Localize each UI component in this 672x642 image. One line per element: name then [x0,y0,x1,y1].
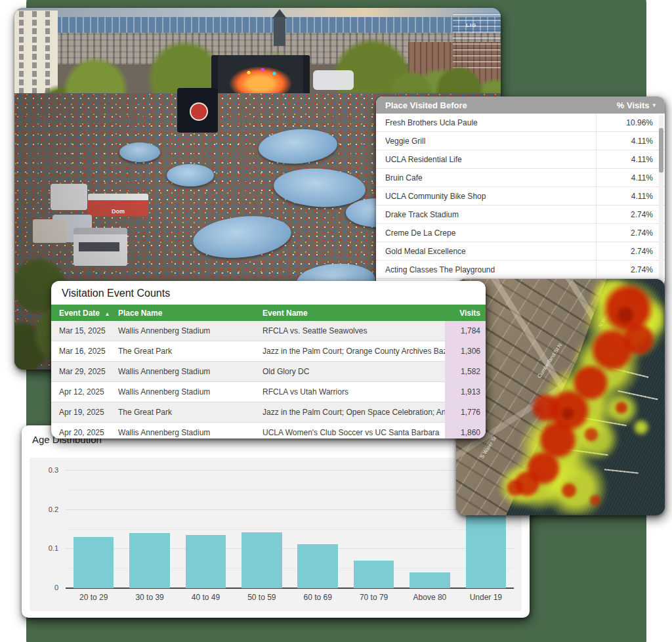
place-name-cell: Veggie Grill [376,137,596,146]
x-tick-label: Above 80 [402,593,457,602]
visits-cell: 1,784 [445,321,486,341]
visits-cell: 1,913 [445,382,486,402]
place-name-cell: The Great Park [118,347,262,356]
percent-visits-cell: 2.74% [596,205,665,223]
percent-visits-sort-header[interactable]: % Visits ▾ [617,100,656,110]
bar-slot [66,471,121,588]
event-name-cell: Old Glory DC [262,367,445,376]
y-tick-label: 0.2 [33,505,58,513]
scrollbar-thumb[interactable] [659,128,663,173]
y-tick-label: 0 [33,584,58,591]
x-tick-label: Under 19 [458,593,514,602]
visitation-events-panel: Visitation Event Counts Event Date ▲ Pla… [51,281,486,439]
visits-header[interactable]: Visits [445,309,486,318]
table-row[interactable]: Mar 16, 2025The Great ParkJazz in the Pa… [51,341,486,362]
chart-plot-area: 00.10.20.3 20 to 2930 to 3940 to 4950 to… [30,458,522,611]
percent-visits-cell: 2.74% [596,224,665,242]
place-name-cell: Wallis Annenberg Stadium [118,326,262,335]
x-tick-label: 60 to 69 [290,593,346,602]
table-row[interactable]: Veggie Grill4.11% [376,132,665,150]
visitor-heatmap[interactable]: Cumberland St NN Water StS Water StRiver… [456,279,665,515]
scrollbar-track[interactable] [659,115,663,285]
event-date-cell: Apr 20, 2025 [51,428,118,437]
bar-slot [178,471,234,588]
bar[interactable] [129,533,169,588]
bar[interactable] [354,561,394,588]
y-tick-label: 0.1 [33,544,58,552]
place-table-header: Place Visited Before % Visits ▾ [376,96,665,114]
event-date-sort-header[interactable]: Event Date ▲ [51,309,118,318]
bar[interactable] [74,537,114,588]
table-row[interactable]: Drake Track Stadium2.74% [376,205,665,224]
table-row[interactable]: Gold Medal Excellence2.74% [376,242,665,261]
chart-bars [66,471,514,588]
percent-visits-cell: 2.74% [596,242,665,260]
table-row[interactable]: UCLA Residential Life4.11% [376,150,665,169]
y-tick-label: 0.3 [33,466,58,474]
bar[interactable] [410,572,450,588]
table-row[interactable]: Acting Classes The Playground2.74% [376,261,665,279]
place-name-cell: Creme De La Crepe [376,228,596,238]
percent-visits-cell: 4.11% [596,169,665,186]
table-row[interactable]: Apr 12, 2025Wallis Annenberg StadiumRFCL… [51,382,486,402]
bar[interactable] [186,535,226,588]
place-name-header[interactable]: Place Name [118,309,262,318]
x-tick-label: 70 to 79 [346,593,402,602]
table-row[interactable]: Mar 29, 2025Wallis Annenberg StadiumOld … [51,362,486,382]
event-name-cell: UCLA Women's Club Soccer vs UC Santa Bar… [262,428,445,437]
event-date-cell: Mar 29, 2025 [51,367,118,376]
place-table-title: Place Visited Before [385,100,467,110]
event-name-cell: RFCLA vs. Seattle Seawolves [262,326,445,335]
percent-visits-cell: 2.74% [596,261,665,278]
bar-slot [346,471,402,588]
visitation-table-rows: Mar 15, 2025Wallis Annenberg StadiumRFCL… [51,321,486,439]
visits-cell: 1,582 [445,362,486,381]
place-visited-panel: Place Visited Before % Visits ▾ Fresh Br… [376,96,665,287]
event-name-cell: RFCLA vs Utah Warriors [262,387,445,396]
event-name-cell: Jazz in the Palm Court; Orange County Ar… [262,347,445,356]
percent-visits-cell: 4.11% [596,132,665,150]
event-date-cell: Apr 19, 2025 [51,408,118,417]
table-row[interactable]: Fresh Brothers Ucla Paule10.96% [376,114,665,132]
event-date-cell: Mar 15, 2025 [51,326,118,335]
table-row[interactable]: Bruin Cafe4.11% [376,169,665,187]
x-tick-label: 30 to 39 [121,593,177,602]
sort-chevron-down-icon: ▾ [652,102,656,108]
place-name-cell: Fresh Brothers Ucla Paule [376,118,596,127]
table-row[interactable]: Apr 20, 2025Wallis Annenberg StadiumUCLA… [51,423,486,439]
age-distribution-panel: Age Distribution 00.10.20.3 20 to 2930 t… [22,425,530,618]
chart-x-axis: 20 to 2930 to 3940 to 4950 to 5960 to 69… [66,593,514,602]
x-tick-label: 20 to 29 [66,593,121,602]
table-row[interactable]: Creme De La Crepe2.74% [376,224,665,242]
place-table-rows: Fresh Brothers Ucla Paule10.96%Veggie Gr… [376,114,665,279]
bar-slot [234,471,289,588]
visits-cell: 1,306 [445,341,486,361]
visits-cell: 1,860 [445,423,486,439]
bar-slot [290,471,346,588]
table-row[interactable]: Apr 19, 2025The Great ParkJazz in the Pa… [51,402,486,423]
x-tick-label: 50 to 59 [234,593,289,602]
bar[interactable] [242,532,282,588]
place-name-cell: Acting Classes The Playground [376,265,596,274]
visits-cell: 1,776 [445,402,486,422]
sort-arrow-up-icon: ▲ [104,311,110,317]
event-date-cell: Mar 16, 2025 [51,347,118,356]
table-row[interactable]: Mar 15, 2025Wallis Annenberg StadiumRFCL… [51,321,486,341]
bar-slot [121,471,177,588]
table-row[interactable]: UCLA Community Bike Shop4.11% [376,187,665,205]
percent-visits-cell: 4.11% [596,150,665,168]
visitation-table-header: Event Date ▲ Place Name Event Name Visit… [51,305,486,321]
x-tick-label: 40 to 49 [178,593,234,602]
place-name-cell: The Great Park [118,408,262,417]
percent-visits-cell: 4.11% [596,187,665,205]
place-name-cell: Wallis Annenberg Stadium [118,428,262,437]
place-name-cell: Gold Medal Excellence [376,247,596,256]
bar-slot [402,471,457,588]
place-name-cell: Wallis Annenberg Stadium [118,387,262,396]
place-name-cell: Drake Track Stadium [376,210,596,219]
visitation-title: Visitation Event Counts [51,281,486,305]
heatmap-high-intensity-layer [456,279,665,515]
event-name-cell: Jazz in the Palm Court; Open Space Celeb… [262,408,445,417]
bar[interactable] [297,544,337,588]
event-name-header[interactable]: Event Name [262,309,445,318]
